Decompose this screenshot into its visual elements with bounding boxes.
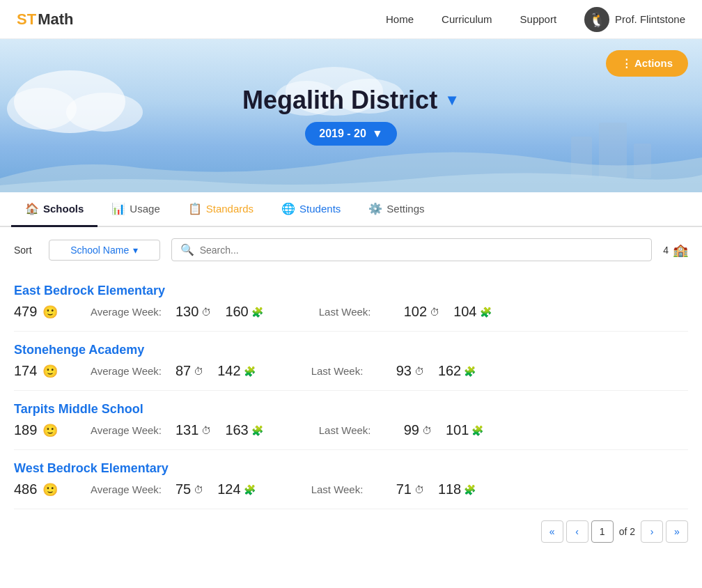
schools-icon: 🏠: [25, 202, 39, 215]
last-puzzles-2: 101 🧩: [446, 422, 497, 438]
year-chevron-icon: ▼: [372, 127, 383, 140]
clock-icon-last-3: ⏱: [414, 484, 424, 495]
tab-settings-label: Settings: [387, 203, 424, 215]
district-title: Megalith District: [242, 86, 437, 115]
avg-week-label-2: Average Week:: [91, 424, 167, 436]
logo: ST Math: [17, 10, 73, 29]
avg-time-2: 131 ⏱: [176, 422, 225, 438]
clock-icon-avg-2: ⏱: [201, 425, 211, 436]
sort-select[interactable]: School Name ▾: [49, 240, 160, 261]
count-area: 4 🏫: [663, 242, 688, 258]
tab-standards[interactable]: 📋 Standards: [174, 192, 267, 227]
avg-puzzles-1: 142 🧩: [217, 363, 269, 379]
page-of-label: of 2: [619, 526, 635, 537]
puzzle-icon-last-0: 🧩: [480, 307, 492, 318]
tab-students-label: Students: [299, 203, 341, 215]
nav-support[interactable]: Support: [520, 13, 557, 25]
avg-puzzles-2: 163 🧩: [225, 422, 276, 438]
pagination: « ‹ 1 of 2 › »: [0, 509, 702, 554]
standards-icon: 📋: [188, 202, 202, 215]
last-puzzles-3: 118 🧩: [438, 481, 490, 497]
tab-schools[interactable]: 🏠 Schools: [11, 192, 98, 227]
top-nav: ST Math Home Curriculum Support 🐧 Prof. …: [0, 0, 702, 39]
school-stats-1: 174 🙂 Average Week: 87 ⏱ 142 🧩 Last Week…: [14, 363, 688, 379]
clock-icon-last-0: ⏱: [430, 307, 439, 318]
user-area[interactable]: 🐧 Prof. Flintstone: [584, 7, 685, 32]
controls-row: Sort School Name ▾ 🔍 4 🏫: [0, 227, 702, 272]
nav-links: Home Curriculum Support: [386, 13, 556, 25]
school-name-2[interactable]: Tarpits Middle School: [14, 402, 688, 417]
sort-chevron-icon: ▾: [133, 245, 138, 256]
school-name-0[interactable]: East Bedrock Elementary: [14, 284, 688, 298]
last-week-label-0: Last Week:: [319, 306, 396, 318]
next-page-button[interactable]: ›: [641, 520, 663, 543]
clock-icon-avg-0: ⏱: [201, 307, 211, 318]
puzzle-icon-avg-2: 🧩: [251, 425, 263, 436]
sort-label: Sort: [14, 245, 32, 256]
search-input[interactable]: [200, 245, 644, 256]
first-page-button[interactable]: «: [541, 520, 563, 543]
avg-time-3: 75 ⏱: [176, 481, 217, 497]
schools-list: East Bedrock Elementary 479 🙂 Average We…: [0, 272, 702, 509]
nav-home[interactable]: Home: [386, 13, 414, 25]
puzzle-icon-last-1: 🧩: [464, 366, 476, 377]
current-page-button[interactable]: 1: [591, 520, 614, 543]
school-name-1[interactable]: Stonehenge Academy: [14, 343, 688, 357]
last-week-label-1: Last Week:: [311, 365, 388, 377]
district-dropdown-icon[interactable]: ▼: [444, 91, 460, 109]
avg-week-label-3: Average Week:: [91, 483, 167, 495]
user-name: Prof. Flintstone: [615, 13, 685, 25]
school-name-3[interactable]: West Bedrock Elementary: [14, 461, 688, 476]
tab-schools-label: Schools: [43, 203, 84, 215]
last-puzzles-0: 104 🧩: [453, 304, 505, 320]
puzzle-icon-last-2: 🧩: [471, 425, 483, 436]
smiley-icon-0: 🙂: [42, 304, 58, 320]
clock-icon-avg-1: ⏱: [194, 366, 203, 377]
smiley-icon-1: 🙂: [42, 364, 58, 379]
school-count: 4: [663, 245, 669, 256]
last-time-1: 93 ⏱: [396, 363, 438, 379]
school-item-1: Stonehenge Academy 174 🙂 Average Week: 8…: [14, 332, 688, 391]
tab-settings[interactable]: ⚙️ Settings: [354, 192, 438, 227]
clock-icon-last-1: ⏱: [414, 366, 424, 377]
filter-icon[interactable]: 🏫: [673, 242, 688, 258]
nav-curriculum[interactable]: Curriculum: [442, 13, 492, 25]
student-count-2: 189 🙂: [14, 422, 91, 438]
avatar: 🐧: [584, 7, 609, 32]
last-page-button[interactable]: »: [666, 520, 688, 543]
settings-icon: ⚙️: [368, 202, 382, 215]
puzzle-icon-avg-3: 🧩: [244, 484, 256, 495]
svg-rect-8: [634, 144, 651, 178]
school-stats-2: 189 🙂 Average Week: 131 ⏱ 163 🧩 Last Wee…: [14, 422, 688, 438]
clock-icon-avg-3: ⏱: [194, 484, 203, 495]
svg-rect-6: [571, 137, 592, 178]
tabs-bar: 🏠 Schools 📊 Usage 📋 Standards 🌐 Students…: [0, 192, 702, 227]
year-badge[interactable]: 2019 - 20 ▼: [305, 122, 396, 146]
puzzle-icon-last-3: 🧩: [464, 484, 476, 495]
hero-clouds: [0, 39, 702, 192]
last-time-0: 102 ⏱: [404, 304, 453, 320]
puzzle-icon-avg-0: 🧩: [251, 307, 263, 318]
year-label: 2019 - 20: [319, 127, 366, 140]
tab-usage[interactable]: 📊 Usage: [98, 192, 173, 227]
smiley-icon-3: 🙂: [42, 482, 58, 497]
actions-button[interactable]: ⋮ Actions: [606, 50, 688, 77]
smiley-icon-2: 🙂: [42, 423, 58, 438]
svg-rect-7: [599, 123, 627, 178]
tab-usage-label: Usage: [130, 203, 159, 215]
last-week-label-3: Last Week:: [311, 483, 388, 495]
avg-time-0: 130 ⏱: [176, 304, 225, 320]
student-count-3: 486 🙂: [14, 481, 91, 497]
school-stats-0: 479 🙂 Average Week: 130 ⏱ 160 🧩 Last Wee…: [14, 304, 688, 320]
hero-title-row: Megalith District ▼: [242, 86, 460, 115]
avg-week-label-1: Average Week:: [91, 365, 167, 377]
svg-point-0: [14, 70, 125, 133]
last-puzzles-1: 162 🧩: [438, 363, 490, 379]
student-count-0: 479 🙂: [14, 304, 91, 320]
avg-puzzles-3: 124 🧩: [217, 481, 269, 497]
usage-icon: 📊: [111, 202, 125, 215]
avg-week-label-0: Average Week:: [91, 306, 167, 318]
prev-page-button[interactable]: ‹: [566, 520, 588, 543]
tab-standards-label: Standards: [206, 203, 254, 215]
tab-students[interactable]: 🌐 Students: [267, 192, 354, 227]
